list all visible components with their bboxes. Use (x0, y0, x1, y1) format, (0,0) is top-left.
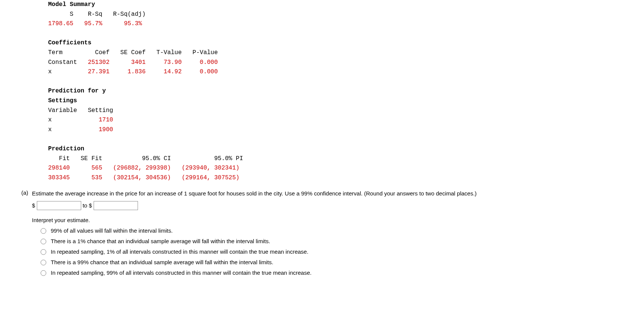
coefficients-headers: Term Coef SE Coef T-Value P-Value (48, 49, 218, 56)
settings-headers: Variable Setting (48, 107, 113, 114)
prediction-title: Prediction (48, 145, 84, 152)
option-text-2: In repeated sampling, 1% of all interval… (51, 248, 308, 255)
option-radio-4[interactable] (41, 270, 46, 276)
question-text: Estimate the average increase in the pri… (32, 189, 636, 197)
model-summary-values: 1798.65 95.7% 95.3% (48, 20, 142, 27)
option-0[interactable]: 99% of all values will fall within the i… (39, 227, 636, 234)
option-4[interactable]: In repeated sampling, 99% of all interva… (39, 269, 636, 276)
question-a: (a) Estimate the average increase in the… (8, 189, 636, 280)
upper-bound-input[interactable] (94, 201, 138, 210)
option-radio-3[interactable] (41, 260, 46, 265)
settings-title: Settings (48, 97, 77, 104)
lower-bound-input[interactable] (37, 201, 81, 210)
options-group: 99% of all values will fall within the i… (32, 227, 636, 276)
header-s: S R-Sq R-Sq(adj) (48, 11, 145, 18)
option-radio-2[interactable] (41, 249, 46, 255)
coef-row-0: Constant 251302 3401 73.90 0.000 (48, 59, 218, 66)
prediction-row-1: 303345 535 (302154, 304536) (299164, 307… (48, 174, 239, 181)
coefficients-title: Coefficients (48, 39, 91, 46)
question-body: Estimate the average increase in the pri… (32, 189, 636, 280)
option-2[interactable]: In repeated sampling, 1% of all interval… (39, 248, 636, 255)
dollar-prefix-1: $ (32, 202, 35, 209)
regression-output: Model Summary S R-Sq R-Sq(adj) 1798.65 9… (48, 0, 636, 183)
question-label: (a) (8, 189, 32, 196)
prediction-row-0: 298140 565 (296882, 299398) (293940, 302… (48, 165, 239, 171)
option-radio-0[interactable] (41, 228, 46, 234)
interpret-label: Interpret your estimate. (32, 217, 636, 223)
option-text-1: There is a 1% chance that an individual … (51, 238, 270, 244)
answer-line: $ to $ (32, 201, 636, 210)
option-1[interactable]: There is a 1% chance that an individual … (39, 238, 636, 244)
to-label: to $ (83, 202, 92, 209)
prediction-for-y-title: Prediction for y (48, 88, 106, 94)
settings-row-1: x 1900 (48, 126, 113, 133)
settings-row-0: x 1710 (48, 117, 113, 123)
option-text-4: In repeated sampling, 99% of all interva… (51, 269, 312, 276)
model-summary-title: Model Summary (48, 1, 95, 8)
option-3[interactable]: There is a 99% chance that an individual… (39, 259, 636, 265)
prediction-headers: Fit SE Fit 95.0% CI 95.0% PI (48, 155, 243, 162)
option-radio-1[interactable] (41, 239, 46, 244)
option-text-3: There is a 99% chance that an individual… (51, 259, 273, 265)
coef-row-1: x 27.391 1.836 14.92 0.000 (48, 68, 218, 75)
option-text-0: 99% of all values will fall within the i… (51, 227, 173, 234)
page: Model Summary S R-Sq R-Sq(adj) 1798.65 9… (0, 0, 644, 287)
